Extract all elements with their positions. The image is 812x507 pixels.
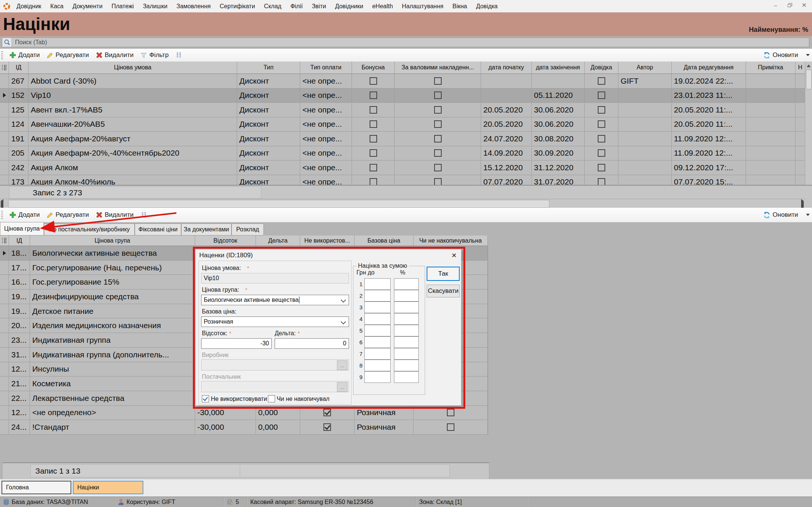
uah-to-input-9[interactable] (364, 371, 391, 383)
restore-icon[interactable] (785, 2, 795, 9)
price-condition-row[interactable]: 267Abbot Card (-30%)Дисконт<не опре...GI… (0, 74, 805, 88)
vertical-scrollbar[interactable] (805, 62, 812, 199)
percent-input-8[interactable] (394, 360, 419, 371)
menu-item-15[interactable]: Довідка (472, 0, 502, 12)
window-tab-markups[interactable]: Націнки (73, 481, 143, 494)
percent-input-3[interactable] (394, 302, 419, 313)
edit-button[interactable]: Редагувати (43, 210, 92, 220)
menu-item-13[interactable]: Налаштування (397, 0, 448, 12)
browse-button[interactable]: ... (337, 360, 347, 370)
detail-tab-3[interactable]: Фіксовані ціни (135, 224, 181, 236)
add-button[interactable]: Додати (6, 50, 43, 60)
not-use-checkbox[interactable] (202, 395, 209, 402)
delete-button[interactable]: Видалити (92, 210, 137, 220)
column-header-5[interactable]: Бонусна (352, 62, 395, 74)
percent-input-7[interactable] (394, 348, 419, 360)
column-header-1[interactable]: ІД (9, 236, 30, 246)
column-header-2[interactable]: Цінова умова (29, 62, 237, 74)
ok-button[interactable]: Так (427, 267, 460, 281)
scroll-up-icon[interactable] (805, 62, 812, 69)
scrollbar-thumb[interactable] (806, 70, 812, 89)
column-header-5[interactable]: Не використов... (300, 236, 355, 246)
uah-to-input-7[interactable] (364, 348, 391, 360)
menu-item-9[interactable]: Філії (286, 0, 307, 12)
uah-to-input-6[interactable] (364, 336, 391, 348)
price-group-row[interactable]: 24...!Стандарт-30,0000,000Розничная (0, 420, 488, 435)
detail-tab-2[interactable]: По постачальнику/виробнику (44, 224, 135, 236)
menu-item-14[interactable]: Вікна (448, 0, 472, 12)
price-group-select[interactable]: Биологически активные вещества (201, 295, 349, 305)
menu-item-5[interactable]: Залишки (138, 0, 172, 12)
refresh-dropdown-icon[interactable] (806, 54, 810, 56)
column-header-3[interactable]: Тип (237, 62, 300, 74)
price-condition-row[interactable]: 191Акция Авефарм-20%августДисконт<не опр… (0, 132, 805, 146)
menu-item-2[interactable]: Каса (46, 0, 68, 12)
price-group-row[interactable]: 12...<не определено>-30,0000,000Рознична… (0, 406, 488, 420)
price-condition-row[interactable]: 173Акция Алком-40%июльДисконт<не опре...… (0, 175, 805, 185)
column-header-10[interactable]: Автор (618, 62, 672, 74)
uah-to-input-1[interactable] (364, 278, 391, 290)
menu-item-4[interactable]: Платежі (107, 0, 138, 12)
delete-button[interactable]: Видалити (92, 50, 137, 60)
column-header-9[interactable]: Довідка (585, 62, 618, 74)
refresh-button[interactable]: Оновити (760, 210, 801, 220)
filter-button[interactable]: Фільтр (137, 50, 172, 60)
column-header-13[interactable]: Н (795, 62, 805, 74)
window-tab-home[interactable]: Головна (2, 481, 71, 494)
dialog-close-icon[interactable]: ✕ (450, 251, 458, 260)
horizontal-scrollbar[interactable] (0, 199, 805, 208)
column-header-3[interactable]: Відсоток (195, 236, 256, 246)
add-button[interactable]: Додати (6, 210, 43, 220)
column-header-7[interactable]: Чи не накопичувальна (414, 236, 488, 246)
minimize-icon[interactable]: – (771, 2, 780, 9)
manufacturer-field[interactable]: ... (201, 359, 349, 370)
menu-item-1[interactable]: Довідник (12, 0, 46, 12)
edit-button[interactable]: Редагувати (43, 50, 92, 60)
menu-item-12[interactable]: eHealth (368, 0, 397, 12)
percent-input-4[interactable] (394, 313, 419, 325)
percent-input-1[interactable] (394, 278, 419, 290)
not-cumulative-checkbox[interactable] (268, 395, 275, 402)
column-header-12[interactable]: Примітка (746, 62, 795, 74)
menu-item-10[interactable]: Звіти (307, 0, 331, 12)
detail-tab-1[interactable]: Цінова група (0, 222, 44, 236)
uah-to-input-3[interactable] (364, 302, 391, 313)
uah-to-input-4[interactable] (364, 313, 391, 325)
search-input[interactable] (12, 38, 809, 47)
base-price-select[interactable]: Розничная (201, 316, 349, 327)
scroll-right-icon[interactable] (801, 201, 804, 208)
percent-input-2[interactable] (394, 290, 419, 302)
price-condition-row[interactable]: 152Vip10Дисконт<не опре...05.11.202023.0… (0, 88, 805, 103)
price-condition-row[interactable]: 124Авенчашки-20%АВ5Дисконт<не опре...20.… (0, 117, 805, 132)
refresh-button[interactable]: Оновити (760, 50, 801, 60)
price-condition-row[interactable]: 205Акция Авефарм-20%,-40%сентябрь2020Дис… (0, 146, 805, 161)
column-header-6[interactable]: Базова ціна (355, 236, 414, 246)
menu-item-11[interactable]: Довідники (331, 0, 368, 12)
column-header-11[interactable]: Дата редагування (672, 62, 746, 74)
column-header-1[interactable]: ІД (9, 62, 29, 74)
menu-item-8[interactable]: Склад (260, 0, 286, 12)
scroll-left-icon[interactable] (1, 201, 3, 208)
column-header-7[interactable]: дата початку (481, 62, 532, 74)
uah-to-input-2[interactable] (364, 290, 391, 302)
percent-input-5[interactable] (394, 325, 419, 336)
menu-item-6[interactable]: Замовлення (172, 0, 215, 12)
price-condition-row[interactable]: 125Авент вкл.-17%АВ5Дисконт<не опре...20… (0, 103, 805, 117)
cancel-button[interactable]: Скасувати (427, 285, 460, 297)
uah-to-input-8[interactable] (364, 360, 391, 371)
column-header-4[interactable]: Тип оплати (300, 62, 352, 74)
uah-to-input-5[interactable] (364, 325, 391, 336)
columns-button[interactable] (172, 51, 185, 60)
detail-tab-5[interactable]: Розклад (232, 224, 264, 236)
price-condition-field[interactable] (201, 273, 349, 284)
refresh-dropdown-icon[interactable] (806, 214, 810, 216)
delta-field[interactable] (275, 338, 349, 349)
column-header-4[interactable]: Дельта (256, 236, 300, 246)
menu-item-3[interactable]: Документи (68, 0, 107, 12)
percent-input-9[interactable] (394, 371, 419, 383)
column-header-8[interactable]: дата закінчення (532, 62, 585, 74)
percent-field[interactable] (201, 338, 272, 349)
menu-item-7[interactable]: Сертифікати (215, 0, 259, 12)
column-header-6[interactable]: За валовими накладенн... (395, 62, 481, 74)
browse-button[interactable]: ... (337, 382, 347, 392)
